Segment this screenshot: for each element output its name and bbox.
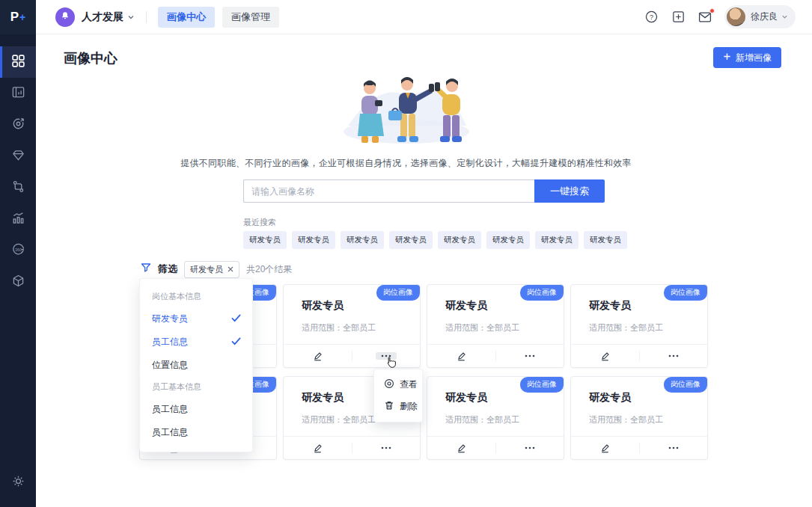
- branch-icon: [11, 179, 25, 197]
- portrait-card[interactable]: 岗位画像 研发专员 适用范围：全部员工: [570, 376, 708, 460]
- sidebar-item-gem[interactable]: [0, 141, 36, 172]
- dropdown-group-label: 员工基本信息: [140, 377, 252, 398]
- card-title: 研发专员: [589, 391, 631, 405]
- recent-tag[interactable]: 研发专员: [292, 231, 335, 249]
- portrait-card[interactable]: 岗位画像 研发专员 适用范围：全部员工: [427, 284, 564, 368]
- selected-filter-tag[interactable]: 研发专员: [184, 261, 239, 278]
- card-footer: [571, 436, 707, 459]
- plus-icon: [723, 52, 731, 63]
- recent-tag[interactable]: 研发专员: [535, 231, 579, 249]
- pencil-icon: [594, 348, 616, 364]
- app-name[interactable]: 人才发展: [82, 10, 123, 24]
- sidebar-item-cube[interactable]: [0, 266, 36, 298]
- user-name: 徐庆良: [751, 10, 778, 23]
- chevron-down-icon: [781, 13, 788, 20]
- pencil-icon: [307, 348, 329, 364]
- avatar: [727, 7, 745, 26]
- sidebar-item-branch[interactable]: [0, 172, 36, 203]
- card-scope: 适用范围：全部员工: [445, 322, 519, 334]
- sidebar-item-360[interactable]: 360: [0, 235, 36, 266]
- edit-button[interactable]: [284, 437, 352, 459]
- card-scope: 适用范围：全部员工: [302, 322, 376, 334]
- sidebar: P+: [0, 0, 36, 507]
- more-button[interactable]: [352, 437, 421, 459]
- card-scope: 适用范围：全部员工: [445, 414, 519, 425]
- card-title: 研发专员: [302, 299, 344, 313]
- card-title: 研发专员: [445, 299, 487, 313]
- chevron-down-icon[interactable]: [127, 13, 135, 21]
- search-button[interactable]: 一键搜索: [534, 179, 605, 203]
- dropdown-item[interactable]: 位置信息: [140, 354, 252, 377]
- card-footer: [284, 344, 420, 367]
- card-type-badge: 岗位画像: [664, 285, 707, 301]
- add-portrait-button[interactable]: 新增画像: [713, 47, 781, 68]
- edit-button[interactable]: [427, 437, 495, 459]
- card-scope: 适用范围：全部员工: [589, 322, 663, 334]
- check-icon: [231, 313, 242, 325]
- doc-add-icon[interactable]: [669, 8, 687, 26]
- divider: [146, 11, 147, 23]
- result-count: 共20个结果: [246, 263, 292, 276]
- edit-button[interactable]: [427, 345, 495, 367]
- sidebar-item-board[interactable]: [0, 78, 36, 109]
- app-window: P+: [0, 0, 812, 507]
- portrait-card[interactable]: 岗位画像 研发专员 适用范围：全部员工: [570, 284, 708, 368]
- more-dots-icon: [663, 444, 684, 452]
- sidebar-item-settings[interactable]: [0, 467, 36, 498]
- more-button[interactable]: [496, 345, 564, 367]
- card-type-badge: 岗位画像: [520, 377, 564, 393]
- recent-tag[interactable]: 研发专员: [341, 231, 384, 249]
- edit-button[interactable]: [284, 345, 352, 367]
- dropdown-item[interactable]: 员工信息: [140, 398, 252, 421]
- mouse-cursor: [385, 356, 397, 373]
- funnel-icon[interactable]: [141, 262, 151, 276]
- sidebar-nav: 360: [0, 46, 36, 298]
- sidebar-item-apps[interactable]: [0, 46, 36, 78]
- app-logo: P+: [0, 0, 36, 34]
- card-type-badge: 岗位画像: [376, 285, 420, 301]
- filter-label[interactable]: 筛选: [158, 262, 177, 276]
- recent-tag[interactable]: 研发专员: [389, 231, 433, 249]
- more-button[interactable]: [496, 437, 564, 459]
- edit-button[interactable]: [571, 345, 639, 367]
- context-menu-delete[interactable]: 删除: [374, 396, 422, 417]
- sidebar-item-chart[interactable]: [0, 203, 36, 235]
- board-icon: [11, 85, 25, 102]
- recent-tag[interactable]: 研发专员: [584, 231, 627, 249]
- portrait-card[interactable]: 岗位画像 研发专员 适用范围：全部员工: [427, 376, 564, 460]
- mail-icon[interactable]: [696, 8, 714, 26]
- page-subtitle: 提供不同职能、不同行业的画像，企业可根据自身情况，选择画像、定制化设计，大幅提升…: [0, 157, 812, 170]
- help-icon[interactable]: ?: [642, 8, 660, 26]
- bell-icon: [60, 10, 70, 24]
- recent-tag[interactable]: 研发专员: [486, 231, 530, 249]
- svg-text:360: 360: [15, 247, 22, 251]
- edit-button[interactable]: [571, 437, 639, 459]
- svg-text:?: ?: [649, 13, 653, 21]
- portrait-card[interactable]: 岗位画像 研发专员 适用范围：全部员工: [283, 284, 421, 368]
- sidebar-item-target[interactable]: [0, 109, 36, 141]
- recent-tag[interactable]: 研发专员: [438, 231, 481, 249]
- hero-illustration: [0, 66, 812, 150]
- logo-text: P: [10, 10, 19, 25]
- topbar: 人才发展 画像中心 画像管理 ? 徐庆良: [36, 0, 812, 34]
- more-dots-icon: [519, 444, 540, 452]
- recent-tag[interactable]: 研发专员: [243, 231, 287, 249]
- dropdown-item[interactable]: 员工信息: [140, 331, 252, 354]
- dropdown-item[interactable]: 员工信息: [140, 421, 252, 444]
- pencil-icon: [451, 440, 472, 456]
- more-dots-icon: [376, 444, 397, 452]
- user-menu[interactable]: 徐庆良: [724, 5, 796, 28]
- close-icon[interactable]: [228, 265, 233, 274]
- tab-portrait-manage[interactable]: 画像管理: [222, 7, 279, 28]
- card-title: 研发专员: [589, 299, 631, 313]
- context-menu-view[interactable]: 查看: [374, 374, 422, 396]
- filter-bar: 筛选 研发专员 共20个结果: [141, 262, 292, 277]
- more-button[interactable]: [640, 437, 708, 459]
- search-input[interactable]: [243, 179, 534, 203]
- pencil-icon: [307, 440, 329, 456]
- tab-portrait-center[interactable]: 画像中心: [158, 7, 215, 28]
- apps-grid-icon: [11, 54, 25, 71]
- dropdown-item[interactable]: 研发专员: [140, 307, 252, 331]
- more-button[interactable]: [640, 345, 708, 367]
- threesixty-icon: 360: [11, 242, 25, 259]
